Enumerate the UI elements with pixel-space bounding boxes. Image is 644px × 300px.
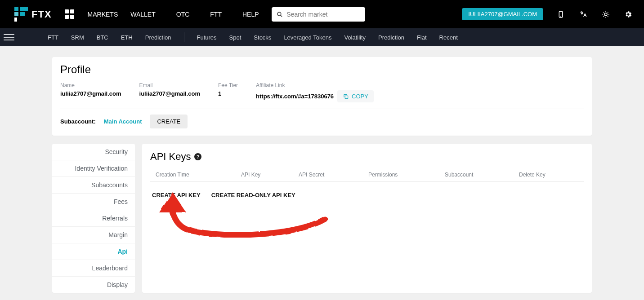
field-email: Email iuliia2707@gmail.com <box>139 82 201 97</box>
subnav-spot[interactable]: Spot <box>223 34 248 41</box>
hamburger-icon[interactable] <box>4 32 14 43</box>
sidebar-item-fees[interactable]: Fees <box>52 194 135 210</box>
brand-logo[interactable]: FTX <box>14 7 52 22</box>
copy-label: COPY <box>352 93 368 100</box>
sidebar-item-margin[interactable]: Margin <box>52 227 135 243</box>
svg-line-1 <box>280 15 282 16</box>
subaccount-label: Subaccount: <box>60 118 96 125</box>
col-creation: Creation Time <box>156 172 241 178</box>
name-label: Name <box>60 82 121 88</box>
svg-line-10 <box>608 16 608 17</box>
logo-mark <box>14 7 28 22</box>
api-keys-title: API Keys ? <box>150 151 584 163</box>
language-icon[interactable] <box>578 9 588 19</box>
col-subaccount: Subaccount <box>445 172 519 178</box>
subnav-leveraged[interactable]: Leveraged Tokens <box>277 34 338 41</box>
nav-otc[interactable]: OTC <box>176 11 190 18</box>
create-readonly-key-button[interactable]: CREATE READ-ONLY API KEY <box>211 192 295 199</box>
subnav-divider <box>184 32 184 42</box>
col-delete: Delete Key <box>519 172 564 178</box>
svg-point-4 <box>604 13 607 16</box>
col-key: API Key <box>241 172 299 178</box>
search-box[interactable] <box>272 7 365 22</box>
name-value: iuliia2707@gmail.com <box>60 90 121 97</box>
sidebar-item-identity[interactable]: Identity Verification <box>52 160 135 177</box>
mobile-icon[interactable] <box>556 9 566 19</box>
settings-sidebar: Security Identity Verification Subaccoun… <box>52 144 135 293</box>
sidebar-item-security[interactable]: Security <box>52 144 135 160</box>
svg-point-0 <box>277 12 281 16</box>
fee-value: 1 <box>218 90 238 97</box>
page-title: Profile <box>60 63 584 76</box>
field-affiliate: Affiliate Link https://ftx.com/#a=178306… <box>256 82 374 102</box>
create-subaccount-button[interactable]: CREATE <box>150 115 188 128</box>
subnav-fiat[interactable]: Fiat <box>411 34 433 41</box>
col-permissions: Permissions <box>368 172 445 178</box>
api-keys-panel: API Keys ? Creation Time API Key API Sec… <box>142 144 592 293</box>
aff-value: https://ftx.com/#a=17830676 <box>256 93 334 100</box>
nav-wallet[interactable]: WALLET <box>130 11 156 18</box>
svg-rect-13 <box>345 96 348 98</box>
subnav-prediction2[interactable]: Prediction <box>372 34 411 41</box>
sidebar-item-referrals[interactable]: Referrals <box>52 210 135 227</box>
content-row: Security Identity Verification Subaccoun… <box>52 144 592 293</box>
sidebar-item-display[interactable]: Display <box>52 277 135 293</box>
sub-nav: FTT SRM BTC ETH Prediction Futures Spot … <box>0 28 644 46</box>
subnav-recent[interactable]: Recent <box>433 34 464 41</box>
email-label: Email <box>139 82 201 88</box>
subaccount-row: Subaccount: Main Account CREATE <box>60 109 584 128</box>
subnav-eth[interactable]: ETH <box>115 34 139 41</box>
user-chip[interactable]: IULIIA2707@GMAIL.COM <box>462 8 543 20</box>
svg-line-11 <box>604 16 604 17</box>
copy-icon <box>343 93 349 100</box>
page-content: Profile Name iuliia2707@gmail.com Email … <box>0 46 644 300</box>
sidebar-item-leaderboard[interactable]: Leaderboard <box>52 260 135 277</box>
fee-label: Fee Tier <box>218 82 238 88</box>
profile-card: Profile Name iuliia2707@gmail.com Email … <box>52 57 592 136</box>
subnav-ftt[interactable]: FTT <box>41 34 65 41</box>
theme-icon[interactable] <box>601 9 611 19</box>
col-secret: API Secret <box>299 172 368 178</box>
nav-markets[interactable]: MARKETS <box>88 11 118 18</box>
sidebar-item-api[interactable]: Api <box>52 243 135 260</box>
field-fee: Fee Tier 1 <box>218 82 238 97</box>
subnav-futures[interactable]: Futures <box>191 34 223 41</box>
copy-button[interactable]: COPY <box>337 90 374 102</box>
settings-gear-icon[interactable] <box>623 9 633 19</box>
nav-help[interactable]: HELP <box>242 11 259 18</box>
aff-label: Affiliate Link <box>256 82 374 88</box>
svg-line-9 <box>604 12 604 12</box>
main-account-link[interactable]: Main Account <box>104 118 142 125</box>
apps-icon[interactable] <box>64 9 75 20</box>
sidebar-item-subaccounts[interactable]: Subaccounts <box>52 177 135 194</box>
create-api-key-button[interactable]: CREATE API KEY <box>152 192 201 199</box>
subnav-btc[interactable]: BTC <box>90 34 115 41</box>
nav-ftt[interactable]: FTT <box>210 11 222 18</box>
top-bar: FTX MARKETS WALLET OTC FTT HELP IULIIA27… <box>0 0 644 28</box>
profile-info-row: Name iuliia2707@gmail.com Email iuliia27… <box>60 82 584 102</box>
api-table-header: Creation Time API Key API Secret Permiss… <box>150 168 584 182</box>
subnav-srm[interactable]: SRM <box>65 34 90 41</box>
api-actions: CREATE API KEY CREATE READ-ONLY API KEY <box>150 182 584 200</box>
help-icon[interactable]: ? <box>194 153 201 160</box>
svg-line-12 <box>608 12 608 12</box>
field-name: Name iuliia2707@gmail.com <box>60 82 121 97</box>
brand-text: FTX <box>31 9 52 20</box>
subnav-volatility[interactable]: Volatility <box>338 34 372 41</box>
email-value: iuliia2707@gmail.com <box>139 90 201 97</box>
search-icon <box>276 10 283 18</box>
subnav-stocks[interactable]: Stocks <box>247 34 277 41</box>
search-input[interactable] <box>286 11 360 18</box>
subnav-prediction[interactable]: Prediction <box>139 34 178 41</box>
api-title-text: API Keys <box>150 151 191 163</box>
